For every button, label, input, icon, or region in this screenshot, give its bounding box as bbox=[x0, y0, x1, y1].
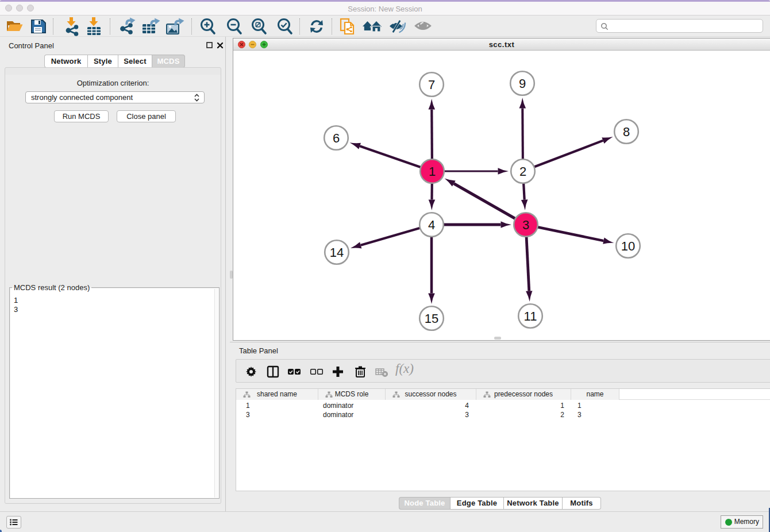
svg-text:10: 10 bbox=[621, 239, 635, 253]
svg-text:4: 4 bbox=[428, 218, 435, 232]
svg-text:6: 6 bbox=[333, 131, 340, 145]
svg-text:1: 1 bbox=[429, 164, 436, 179]
svg-text:8: 8 bbox=[623, 125, 630, 139]
svg-text:9: 9 bbox=[519, 76, 526, 91]
svg-text:14: 14 bbox=[330, 245, 344, 260]
svg-text:15: 15 bbox=[425, 311, 438, 326]
svg-text:2: 2 bbox=[519, 164, 526, 179]
svg-text:7: 7 bbox=[428, 78, 435, 92]
svg-text:3: 3 bbox=[522, 218, 529, 232]
svg-text:11: 11 bbox=[524, 309, 537, 323]
